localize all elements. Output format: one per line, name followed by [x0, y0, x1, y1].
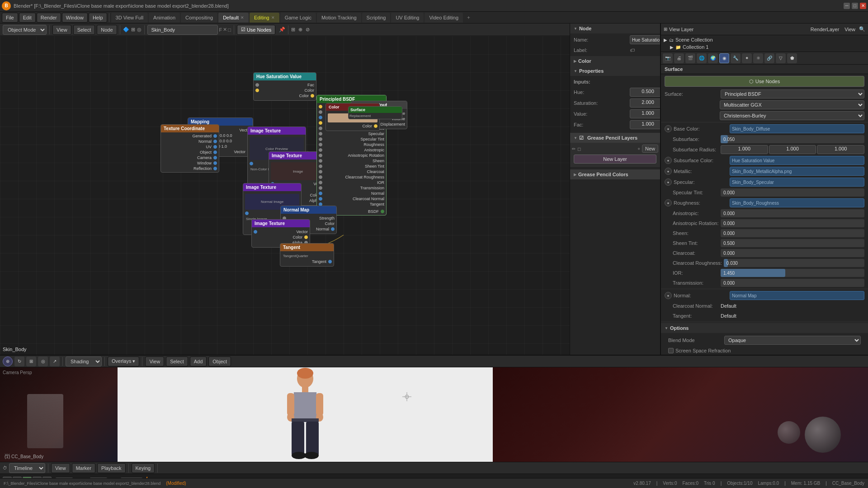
viewport-left[interactable]: Camera Persp XY [0, 367, 118, 462]
anisotropic-rot-slider[interactable]: 0.000 [721, 219, 864, 227]
anisotropic-slider[interactable]: 0.000 [721, 209, 864, 217]
node-canvas[interactable]: Hue Saturation Value Fac Color Color Map… [0, 36, 570, 355]
node-tex-coord[interactable]: Texture Coordinate Generated Normal UV O… [160, 124, 219, 173]
physics-props-icon[interactable]: ⚛ [753, 53, 763, 63]
properties-section[interactable]: ▼ Properties [570, 66, 660, 76]
tab-default[interactable]: Default ✕ [218, 13, 249, 23]
viewport-navigate-btn[interactable]: ⊕ [3, 357, 13, 366]
tl-keying-btn[interactable]: Keying [132, 463, 155, 473]
roughness-val[interactable]: Skin_Body_Roughness [730, 198, 864, 207]
transmission-slider[interactable]: 0.000 [721, 279, 864, 287]
close-button[interactable]: ✕ [860, 3, 866, 9]
sheen-tint-slider[interactable]: 0.500 [721, 239, 864, 247]
clearcoat-slider[interactable]: 0.000 [721, 249, 864, 257]
subsurface-color-val[interactable]: Hue Saturation Value [730, 156, 864, 165]
normal-circle[interactable]: ● [665, 292, 672, 299]
fac-value[interactable]: 1.000 [630, 120, 660, 129]
ssr-checkbox[interactable] [668, 348, 674, 353]
tab-editing[interactable]: Editing ✕ [250, 13, 279, 23]
overlay-icon[interactable]: ⊞ [291, 27, 295, 33]
node-menu[interactable]: Node [97, 25, 117, 35]
object-props-icon[interactable]: ◉ [719, 53, 729, 63]
tab-add-button[interactable]: ＋ [464, 13, 473, 22]
menu-help[interactable]: Help [89, 13, 107, 23]
subsurface-color-circle[interactable]: ● [665, 157, 672, 164]
color-section[interactable]: ▶ Color [570, 56, 660, 66]
render-props-icon[interactable]: 📷 [663, 53, 673, 63]
surface-selector[interactable]: Principled BSDF [721, 89, 864, 99]
select-menu[interactable]: Select [73, 25, 95, 35]
header-icon1[interactable]: 🔷 [123, 27, 129, 33]
view-menu[interactable]: View [52, 25, 71, 35]
options-section[interactable]: ▼ Options [661, 323, 868, 333]
menu-render[interactable]: Render [37, 13, 61, 23]
particles-props-icon[interactable]: ✦ [742, 53, 752, 63]
ior-slider[interactable]: 1.450 [721, 269, 864, 277]
node-hue-sat[interactable]: Hue Saturation Value Fac Color Color [253, 72, 316, 101]
data-props-icon[interactable]: ▽ [776, 53, 786, 63]
subsurface-slider[interactable]: 0.050 [721, 135, 864, 143]
sheen-slider[interactable]: 0.000 [721, 229, 864, 237]
material-close[interactable]: ✕ [223, 27, 227, 33]
overlays-btn[interactable]: Overlays ▾ [108, 357, 139, 366]
maximize-button[interactable]: □ [852, 3, 858, 9]
mode-selector[interactable]: Object Mode [3, 25, 47, 35]
blend-mode-selector[interactable]: Opaque [724, 336, 861, 345]
constraint-props-icon[interactable]: 🔗 [764, 53, 774, 63]
mat-props-icon[interactable]: ⬟ [787, 53, 797, 63]
search-icon[interactable]: 🔍 [859, 26, 865, 32]
clearcoat-rough-slider[interactable]: 0.030 [724, 259, 864, 267]
viewport-center[interactable] [118, 367, 493, 462]
nav-icon[interactable]: ⊘ [306, 27, 310, 33]
render-layer-dropdown[interactable]: RenderLayer [811, 27, 840, 32]
viewport-pan-btn[interactable]: ⊞ [26, 357, 36, 366]
select-menu-btn[interactable]: Select [166, 357, 188, 366]
viewport-orbit-btn[interactable]: ↻ [14, 357, 24, 366]
saturation-value[interactable]: 2.000 [630, 99, 660, 108]
tl-marker-btn[interactable]: Marker [72, 463, 95, 473]
node-section-header[interactable]: ▼ Node [570, 23, 660, 33]
tab-game[interactable]: Game Logic [280, 13, 316, 23]
tl-playback-btn[interactable]: Playback [97, 463, 126, 473]
tab-uvediting[interactable]: UV Editing [391, 13, 424, 23]
specular-circle[interactable]: ● [665, 178, 672, 186]
gp-new-button[interactable]: New [642, 145, 658, 153]
viewport-fly-btn[interactable]: ↗ [50, 357, 60, 366]
timeline-type-selector[interactable]: Timeline [9, 463, 45, 473]
value-value[interactable]: 1.000 [630, 109, 660, 118]
header-icon3[interactable]: ◎ [137, 27, 142, 33]
gp-colors-header[interactable]: ▶ Grease Pencil Colors [570, 169, 660, 179]
roughness-circle[interactable]: ● [665, 199, 672, 206]
node-color-green[interactable]: Surface Replacement [348, 106, 402, 119]
base-color-texture[interactable]: Skin_Body_Diffuse [730, 124, 864, 133]
tab-motion[interactable]: Motion Tracking [317, 13, 361, 23]
menu-edit[interactable]: Edit [19, 13, 36, 23]
tab-animation[interactable]: Animation [149, 13, 180, 23]
plus-icon[interactable]: + [637, 146, 640, 151]
subrad1[interactable]: 1.000 [721, 145, 768, 154]
material-name-input[interactable] [147, 25, 218, 35]
subrad2[interactable]: 1.000 [769, 145, 816, 154]
viewport-zoom-btn[interactable]: ◎ [38, 357, 48, 366]
subrad3[interactable]: 1.000 [817, 145, 864, 154]
scene-props-icon[interactable]: 🌐 [697, 53, 707, 63]
metallic-circle[interactable]: ● [665, 168, 672, 175]
tl-view-btn[interactable]: View [51, 463, 70, 473]
node-tangent[interactable]: Tangent TangentQuarter Tangent [280, 243, 334, 267]
header-icon2[interactable]: ⊞ [131, 27, 135, 33]
gp-new-layer-button[interactable]: New Layer [574, 155, 656, 164]
material-pin[interactable]: F [219, 27, 222, 33]
view-menu-btn[interactable]: View [145, 357, 164, 366]
menu-window[interactable]: Window [62, 13, 88, 23]
distribution-selector[interactable]: Multiscatter GGX [720, 100, 864, 109]
minimize-button[interactable]: ─ [844, 3, 850, 9]
view-props-icon[interactable]: 🎬 [685, 53, 695, 63]
scene-collection-item[interactable]: ▶ 🗂 Scene Collection [661, 36, 868, 43]
tab-compositing[interactable]: Compositing [181, 13, 217, 23]
normal-val[interactable]: Normal Map [730, 291, 864, 300]
shading-mode-selector[interactable]: Shading [66, 357, 102, 366]
output-props-icon[interactable]: 🖨 [674, 53, 684, 63]
pin-icon[interactable]: 📌 [279, 27, 285, 33]
hue-value[interactable]: 0.500 [630, 88, 660, 97]
use-nodes-button[interactable]: ⬡ Use Nodes [665, 76, 864, 87]
